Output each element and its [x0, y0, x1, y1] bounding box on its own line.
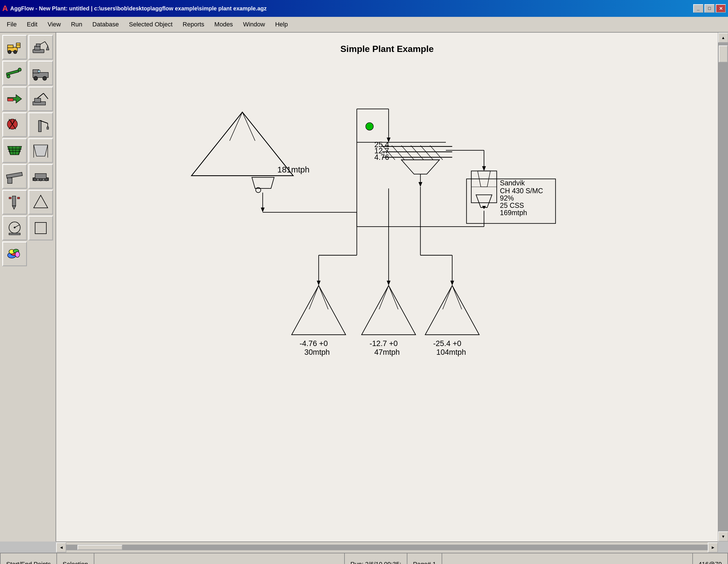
svg-marker-101 — [482, 166, 486, 171]
svg-marker-52 — [12, 206, 16, 209]
svg-line-10 — [45, 42, 48, 46]
scroll-down-button[interactable]: ▼ — [718, 531, 728, 542]
svg-point-3 — [13, 50, 17, 54]
menu-edit[interactable]: Edit — [22, 19, 42, 30]
svg-text:-25.4 +0: -25.4 +0 — [433, 339, 461, 348]
status-empty1 — [94, 553, 345, 564]
scroll-left-button[interactable]: ◀ — [56, 542, 66, 552]
tool-cone-pile[interactable] — [28, 190, 53, 214]
svg-line-9 — [40, 42, 45, 44]
svg-marker-41 — [34, 145, 48, 156]
svg-line-69 — [230, 112, 242, 141]
tool-conveyor[interactable] — [2, 61, 27, 85]
svg-marker-4 — [16, 43, 20, 48]
plant-diagram[interactable]: 181mtph — [56, 33, 718, 542]
svg-marker-55 — [34, 195, 48, 208]
close-button[interactable]: ✕ — [716, 4, 726, 13]
app-logo: A — [2, 4, 8, 13]
svg-text:25 CSS: 25 CSS — [500, 201, 524, 209]
svg-rect-44 — [6, 172, 22, 178]
svg-marker-71 — [252, 177, 274, 188]
status-selection: Selection — [57, 553, 94, 564]
titlebar-left: A AggFlow - New Plant: untitled | c:\use… — [2, 4, 267, 13]
menu-modes[interactable]: Modes — [210, 19, 238, 30]
svg-line-25 — [44, 93, 48, 99]
svg-point-17 — [34, 76, 38, 80]
scroll-thumb[interactable] — [719, 45, 728, 62]
svg-rect-54 — [17, 197, 20, 199]
menu-run[interactable]: Run — [67, 19, 87, 30]
svg-line-141 — [443, 286, 452, 309]
menu-view[interactable]: View — [43, 19, 65, 30]
vertical-scrollbar[interactable]: ▲ ▼ — [718, 33, 728, 542]
svg-point-18 — [43, 76, 47, 80]
hscroll-thumb[interactable] — [77, 545, 122, 550]
canvas-area[interactable]: Simple Plant Example 181mtph — [56, 33, 718, 542]
tool-crane[interactable] — [28, 112, 53, 137]
hscroll-track[interactable] — [66, 545, 708, 550]
svg-text:169mtph: 169mtph — [500, 209, 527, 216]
tool-truck[interactable] — [28, 61, 53, 85]
tool-scale[interactable] — [2, 216, 27, 240]
menu-database[interactable]: Database — [88, 19, 123, 30]
tool-loader[interactable] — [2, 35, 27, 60]
svg-text:92%: 92% — [500, 194, 514, 202]
svg-rect-45 — [8, 178, 12, 183]
menu-selected-object[interactable]: Selected Object — [124, 19, 177, 30]
tool-screen[interactable] — [2, 138, 27, 163]
scroll-up-button[interactable]: ▲ — [718, 33, 728, 43]
svg-marker-21 — [8, 98, 13, 101]
maximize-button[interactable]: □ — [704, 4, 715, 13]
svg-marker-120 — [317, 280, 321, 286]
svg-line-70 — [242, 112, 255, 141]
svg-marker-122 — [387, 280, 391, 286]
tool-track[interactable] — [28, 164, 53, 189]
status-coordinates: 416@79 — [693, 553, 728, 564]
svg-line-129 — [309, 286, 319, 309]
tool-belt[interactable] — [2, 164, 27, 189]
statusbar: Start/End Points Selection Run: 2/6/10 0… — [0, 553, 728, 564]
status-start-end: Start/End Points — [0, 553, 57, 564]
svg-rect-1 — [8, 45, 13, 48]
scroll-track[interactable] — [718, 43, 728, 531]
svg-line-130 — [319, 286, 328, 309]
svg-marker-133 — [362, 286, 416, 335]
menu-reports[interactable]: Reports — [178, 19, 209, 30]
svg-rect-12 — [6, 70, 19, 75]
tool-hopper[interactable] — [28, 138, 53, 163]
svg-marker-105 — [476, 195, 492, 207]
tool-excavator-small[interactable] — [28, 35, 53, 60]
svg-rect-51 — [12, 196, 16, 206]
status-page: Page# 1 — [407, 553, 442, 564]
svg-point-2 — [8, 50, 11, 54]
tool-excavator-large[interactable] — [28, 86, 53, 111]
svg-point-66 — [15, 252, 20, 257]
tool-arrow[interactable] — [2, 86, 27, 111]
menu-window[interactable]: Window — [239, 19, 270, 30]
svg-rect-61 — [35, 222, 46, 234]
svg-text:30mtph: 30mtph — [304, 348, 330, 357]
svg-text:-4.76 +0: -4.76 +0 — [300, 339, 328, 348]
svg-marker-139 — [425, 286, 479, 335]
svg-text:Sandvik: Sandvik — [500, 179, 525, 187]
menu-file[interactable]: File — [2, 19, 21, 30]
scroll-right-button[interactable]: ▶ — [708, 542, 718, 552]
svg-text:104mtph: 104mtph — [436, 348, 466, 357]
svg-point-13 — [7, 75, 10, 78]
svg-rect-19 — [38, 70, 40, 72]
horizontal-scrollbar[interactable]: ◀ ▶ — [56, 542, 718, 553]
titlebar-controls: _ □ ✕ — [693, 4, 726, 13]
menu-help[interactable]: Help — [271, 19, 292, 30]
tool-drill[interactable] — [2, 190, 27, 214]
svg-point-81 — [366, 122, 373, 130]
svg-text:-12.7 +0: -12.7 +0 — [369, 339, 398, 348]
tool-paint[interactable] — [2, 241, 27, 266]
tool-bin[interactable] — [28, 216, 53, 240]
svg-rect-53 — [9, 197, 11, 199]
svg-marker-75 — [261, 207, 265, 212]
svg-marker-92 — [401, 160, 439, 174]
minimize-button[interactable]: _ — [693, 4, 703, 13]
svg-rect-33 — [47, 127, 49, 129]
svg-line-24 — [37, 93, 44, 98]
tool-crusher[interactable] — [2, 112, 27, 137]
